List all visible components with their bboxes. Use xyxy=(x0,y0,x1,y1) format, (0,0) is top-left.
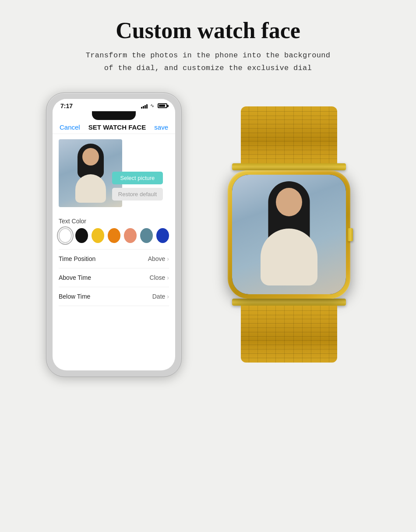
settings-list: Time Position Above › Above Time Close › xyxy=(59,249,169,306)
page-subtitle: Transform the photos in the phone into t… xyxy=(86,49,331,75)
watch-lug-top xyxy=(232,163,346,170)
status-icons: ∿ xyxy=(141,103,167,109)
watch-lug-bottom xyxy=(232,299,346,306)
chevron-right-icon: › xyxy=(167,274,169,281)
select-picture-button[interactable]: Select picture xyxy=(112,172,163,184)
below-time-value: Date › xyxy=(152,293,169,300)
watch-device xyxy=(208,106,370,363)
below-time-row[interactable]: Below Time Date › xyxy=(59,287,169,306)
color-yellow[interactable] xyxy=(92,228,104,243)
battery-icon xyxy=(158,103,167,108)
signal-icon xyxy=(141,103,148,109)
color-orange[interactable] xyxy=(108,228,120,243)
below-time-label: Below Time xyxy=(59,293,90,300)
phone-notch xyxy=(92,111,136,120)
status-bar: 7:17 ∿ xyxy=(53,99,175,111)
time-position-value: Above › xyxy=(148,255,169,262)
watch-band-top xyxy=(241,106,337,163)
text-color-label: Text Color xyxy=(59,218,169,225)
watch-case xyxy=(228,170,350,299)
above-time-label: Above Time xyxy=(59,274,91,281)
watch-screen xyxy=(232,175,346,294)
chevron-right-icon: › xyxy=(167,293,169,300)
phone-device: 7:17 ∿ xyxy=(46,92,182,377)
text-color-section: Text Color xyxy=(59,218,169,243)
color-white[interactable] xyxy=(59,228,72,243)
color-blue[interactable] xyxy=(156,228,169,243)
wifi-icon: ∿ xyxy=(150,103,154,109)
above-time-value: Close › xyxy=(150,274,169,281)
watch-crown xyxy=(348,228,353,241)
cancel-button[interactable]: Cancel xyxy=(60,123,80,131)
preview-row: Select picture Restore default xyxy=(59,139,169,211)
buttons-area: Select picture Restore default xyxy=(112,172,163,201)
time-position-label: Time Position xyxy=(59,255,95,262)
nav-title: SET WATCH FACE xyxy=(88,123,146,131)
color-peach[interactable] xyxy=(124,228,137,243)
chevron-right-icon: › xyxy=(167,255,169,262)
color-circles xyxy=(59,228,169,243)
above-time-row[interactable]: Above Time Close › xyxy=(59,268,169,287)
content-row: 7:17 ∿ xyxy=(9,92,407,377)
save-button[interactable]: save xyxy=(154,123,168,131)
phone-nav: Cancel SET WATCH FACE save xyxy=(53,120,175,134)
page-title: Custom watch face xyxy=(116,18,300,43)
restore-default-button[interactable]: Restore default xyxy=(112,188,163,201)
time-position-row[interactable]: Time Position Above › xyxy=(59,250,169,268)
color-teal[interactable] xyxy=(140,228,153,243)
watch-band-bottom xyxy=(241,306,337,363)
phone-content: Select picture Restore default Text Colo… xyxy=(53,134,175,311)
watch-photo xyxy=(232,175,346,294)
phone-time: 7:17 xyxy=(60,102,73,109)
color-black[interactable] xyxy=(75,228,88,243)
